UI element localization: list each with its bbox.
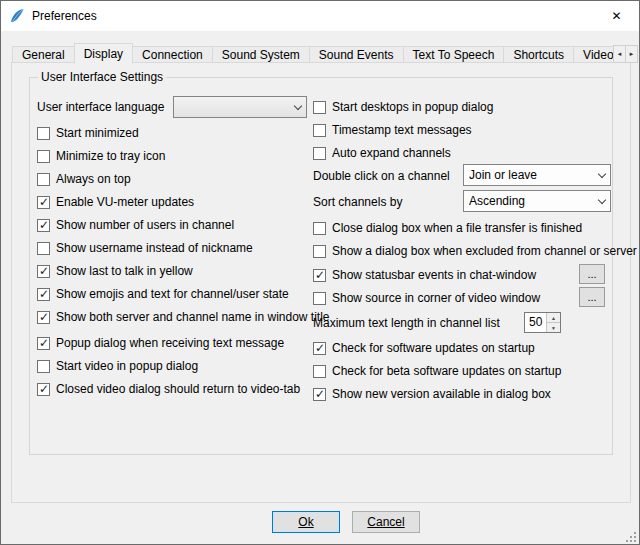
- ok-button-label: Ok: [298, 515, 313, 529]
- checkbox-label: Always on top: [56, 172, 131, 186]
- spin-down-icon: ▼: [551, 325, 556, 331]
- checkbox[interactable]: [37, 383, 50, 396]
- checkbox[interactable]: [313, 365, 326, 378]
- check-vu-meter[interactable]: Enable VU-meter updates: [37, 194, 194, 210]
- double-click-label: Double click on a channel: [313, 168, 450, 184]
- checkbox-label: Enable VU-meter updates: [56, 195, 194, 209]
- checkbox[interactable]: [313, 222, 326, 235]
- check-timestamp-messages[interactable]: Timestamp text messages: [313, 122, 472, 138]
- checkbox[interactable]: [37, 360, 50, 373]
- check-statusbar-events[interactable]: Show statusbar events in chat-window: [313, 267, 536, 283]
- checkbox[interactable]: [37, 219, 50, 232]
- combobox-value: Join or leave: [469, 168, 537, 182]
- check-start-minimized[interactable]: Start minimized: [37, 125, 139, 141]
- checkbox[interactable]: [313, 269, 326, 282]
- checkbox-label: Minimize to tray icon: [56, 149, 165, 163]
- check-always-on-top[interactable]: Always on top: [37, 171, 131, 187]
- checkbox-label: Show username instead of nickname: [56, 241, 253, 255]
- check-server-channel-title[interactable]: Show both server and channel name in win…: [37, 309, 330, 325]
- tab-text-to-speech[interactable]: Text To Speech: [403, 46, 505, 63]
- tab-general[interactable]: General: [12, 46, 75, 63]
- checkbox-label: Popup dialog when receiving text message: [56, 336, 284, 350]
- language-combobox[interactable]: [173, 96, 307, 118]
- check-video-popup[interactable]: Start video in popup dialog: [37, 358, 198, 374]
- spin-up-icon: ▲: [551, 315, 556, 321]
- sort-channels-combobox[interactable]: Ascending: [463, 190, 611, 212]
- spin-up-button[interactable]: ▲: [547, 313, 560, 323]
- check-close-on-transfer[interactable]: Close dialog box when a file transfer is…: [313, 220, 582, 236]
- window-title: Preferences: [32, 9, 97, 23]
- checkbox-label: Show statusbar events in chat-window: [332, 268, 536, 282]
- close-icon: ✕: [611, 9, 621, 23]
- app-icon: [9, 8, 25, 24]
- checkbox-label: Closed video dialog should return to vid…: [56, 382, 300, 396]
- checkbox[interactable]: [313, 388, 326, 401]
- checkbox-label: Show a dialog box when excluded from cha…: [332, 244, 637, 258]
- checkbox[interactable]: [37, 337, 50, 350]
- checkbox-label: Show source in corner of video window: [332, 291, 540, 305]
- spinner-value[interactable]: 50: [525, 313, 546, 332]
- cancel-button[interactable]: Cancel: [352, 511, 420, 533]
- checkbox-label: Auto expand channels: [332, 146, 451, 160]
- tab-connection[interactable]: Connection: [132, 46, 213, 63]
- checkbox[interactable]: [37, 265, 50, 278]
- check-software-updates[interactable]: Check for software updates on startup: [313, 340, 535, 356]
- checkbox-label: Show last to talk in yellow: [56, 264, 193, 278]
- language-label: User interface language: [37, 99, 164, 115]
- checkbox-label: Close dialog box when a file transfer is…: [332, 221, 582, 235]
- preferences-window: Preferences ✕ General Display Connection…: [0, 0, 640, 545]
- checkbox[interactable]: [313, 147, 326, 160]
- checkbox-label: Timestamp text messages: [332, 123, 472, 137]
- checkbox-label: Check for software updates on startup: [332, 341, 535, 355]
- tab-sound-events[interactable]: Sound Events: [309, 46, 404, 63]
- checkbox-label: Start minimized: [56, 126, 139, 140]
- video-source-more-button[interactable]: ...: [579, 287, 605, 307]
- chevron-down-icon: [598, 195, 606, 203]
- statusbar-events-more-button[interactable]: ...: [579, 264, 605, 284]
- checkbox[interactable]: [313, 292, 326, 305]
- cancel-button-label: Cancel: [367, 515, 404, 529]
- checkbox-label: Show both server and channel name in win…: [56, 310, 330, 324]
- checkbox[interactable]: [313, 124, 326, 137]
- check-username-instead[interactable]: Show username instead of nickname: [37, 240, 253, 256]
- spin-down-button[interactable]: ▼: [547, 323, 560, 332]
- close-button[interactable]: ✕: [594, 1, 639, 31]
- check-desktops-popup[interactable]: Start desktops in popup dialog: [313, 99, 493, 115]
- titlebar: Preferences ✕: [1, 1, 639, 31]
- check-closed-video-return[interactable]: Closed video dialog should return to vid…: [37, 381, 300, 397]
- check-new-version-dialog[interactable]: Show new version available in dialog box: [313, 386, 551, 402]
- combobox-value: Ascending: [469, 194, 525, 208]
- tab-scroll-right-button[interactable]: ►: [625, 45, 638, 63]
- checkbox[interactable]: [313, 245, 326, 258]
- arrow-right-icon: ►: [629, 51, 635, 57]
- check-minimize-to-tray[interactable]: Minimize to tray icon: [37, 148, 165, 164]
- resize-grip[interactable]: [626, 531, 636, 541]
- checkbox-label: Show emojis and text for channel/user st…: [56, 287, 289, 301]
- tab-display[interactable]: Display: [74, 43, 133, 64]
- checkbox[interactable]: [37, 242, 50, 255]
- check-emojis-text-state[interactable]: Show emojis and text for channel/user st…: [37, 286, 289, 302]
- checkbox[interactable]: [37, 150, 50, 163]
- check-beta-updates[interactable]: Check for beta software updates on start…: [313, 363, 561, 379]
- check-last-talk-yellow[interactable]: Show last to talk in yellow: [37, 263, 193, 279]
- group-title: User Interface Settings: [38, 70, 166, 84]
- tab-sound-system[interactable]: Sound System: [212, 46, 310, 63]
- checkbox[interactable]: [37, 288, 50, 301]
- check-user-count[interactable]: Show number of users in channel: [37, 217, 234, 233]
- checkbox[interactable]: [37, 127, 50, 140]
- check-popup-text-message[interactable]: Popup dialog when receiving text message: [37, 335, 284, 351]
- tab-shortcuts[interactable]: Shortcuts: [503, 46, 574, 63]
- tab-bar: General Display Connection Sound System …: [12, 42, 613, 63]
- check-dialog-when-excluded[interactable]: Show a dialog box when excluded from cha…: [313, 243, 637, 259]
- checkbox[interactable]: [313, 101, 326, 114]
- checkbox[interactable]: [313, 342, 326, 355]
- check-video-source-corner[interactable]: Show source in corner of video window: [313, 290, 540, 306]
- ok-button[interactable]: Ok: [272, 511, 340, 533]
- checkbox[interactable]: [37, 311, 50, 324]
- double-click-combobox[interactable]: Join or leave: [463, 164, 611, 186]
- checkbox[interactable]: [37, 173, 50, 186]
- chevron-down-icon: [294, 101, 302, 109]
- check-auto-expand-channels[interactable]: Auto expand channels: [313, 145, 451, 161]
- checkbox[interactable]: [37, 196, 50, 209]
- max-text-length-spinner[interactable]: 50 ▲ ▼: [524, 312, 561, 333]
